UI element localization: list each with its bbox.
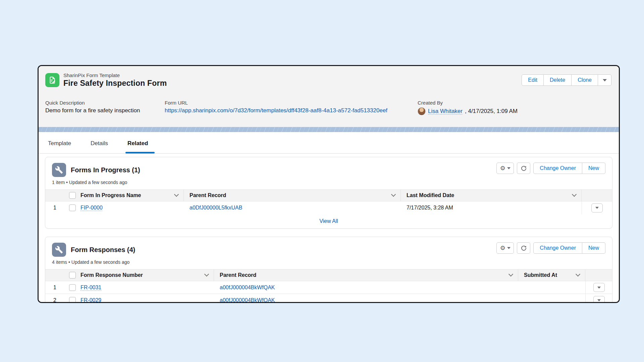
column-header[interactable]: Form Response Number bbox=[80, 272, 143, 278]
gear-icon: ⚙ bbox=[500, 245, 505, 251]
more-actions-button[interactable] bbox=[598, 74, 611, 86]
field-form-url: Form URL https://app.sharinpix.com/o/7d3… bbox=[165, 100, 418, 115]
tab-related[interactable]: Related bbox=[126, 140, 149, 153]
chevron-down-icon[interactable] bbox=[174, 192, 179, 197]
row-number: 2 bbox=[45, 294, 64, 303]
wrench-icon bbox=[52, 243, 66, 257]
gear-icon: ⚙ bbox=[500, 165, 505, 171]
submitted-at bbox=[518, 281, 585, 294]
parent-record-link[interactable]: a00fJ000004BkWfQAK bbox=[220, 297, 275, 303]
refresh-icon bbox=[521, 166, 527, 171]
avatar bbox=[418, 107, 426, 115]
form-responses-table: Form Response Number Parent Record Submi… bbox=[45, 269, 612, 303]
tab-template[interactable]: Template bbox=[47, 140, 72, 153]
row-number: 1 bbox=[45, 201, 64, 214]
field-label: Form URL bbox=[165, 100, 418, 106]
delete-button[interactable]: Delete bbox=[544, 74, 572, 86]
column-header[interactable]: Parent Record bbox=[190, 192, 226, 198]
list-settings-button[interactable]: ⚙ bbox=[496, 242, 514, 254]
caret-down-icon bbox=[597, 299, 601, 301]
section-title: Forms In Progress (1) bbox=[71, 166, 140, 174]
field-label: Quick Description bbox=[45, 100, 165, 106]
edit-button[interactable]: Edit bbox=[522, 74, 544, 86]
row-number: 1 bbox=[45, 281, 64, 294]
change-owner-button[interactable]: Change Owner bbox=[533, 242, 582, 254]
section-title: Form Responses (4) bbox=[71, 246, 135, 254]
field-quick-description: Quick Description Demo form for a fire s… bbox=[45, 100, 165, 115]
wrench-icon bbox=[52, 163, 66, 177]
forms-in-progress-section: Forms In Progress (1) 1 item • Updated a… bbox=[45, 157, 612, 229]
select-all-checkbox[interactable] bbox=[69, 272, 76, 279]
field-value: Demo form for a fire safety inspection bbox=[45, 107, 165, 114]
table-row: 2 FR-0029 a00fJ000004BkWfQAK bbox=[45, 294, 612, 303]
submitted-at bbox=[518, 294, 585, 303]
row-actions-button[interactable] bbox=[593, 283, 605, 292]
refresh-button[interactable] bbox=[517, 163, 530, 174]
caret-down-icon bbox=[507, 247, 511, 249]
view-all-link[interactable]: View All bbox=[319, 218, 338, 224]
row-checkbox[interactable] bbox=[69, 284, 76, 291]
section-meta: 1 item • Updated a few seconds ago bbox=[52, 180, 605, 185]
chevron-down-icon[interactable] bbox=[572, 192, 577, 197]
new-button[interactable]: New bbox=[582, 242, 605, 254]
chevron-down-icon[interactable] bbox=[204, 272, 209, 277]
record-tabs: Template Details Related bbox=[39, 132, 619, 154]
form-responses-section: Form Responses (4) 4 items • Updated a f… bbox=[45, 237, 612, 303]
row-actions-button[interactable] bbox=[591, 203, 603, 213]
clone-button[interactable]: Clone bbox=[572, 74, 598, 86]
select-all-checkbox[interactable] bbox=[69, 192, 76, 199]
record-link[interactable]: FR-0029 bbox=[80, 297, 101, 303]
chevron-down-icon[interactable] bbox=[391, 192, 396, 197]
tab-details[interactable]: Details bbox=[89, 140, 109, 153]
entity-label: SharinPix Form Template bbox=[63, 72, 167, 78]
chevron-down-icon[interactable] bbox=[508, 272, 513, 277]
form-template-icon bbox=[45, 73, 59, 87]
change-owner-button[interactable]: Change Owner bbox=[533, 163, 582, 174]
page-title: Fire Safety Inspection Form bbox=[63, 79, 167, 88]
column-header[interactable]: Form In Progress Name bbox=[80, 192, 141, 198]
chevron-down-icon[interactable] bbox=[576, 272, 580, 277]
form-url-link[interactable]: https://app.sharinpix.com/o/7d32/form/te… bbox=[165, 107, 387, 114]
record-link[interactable]: FR-0031 bbox=[80, 285, 101, 291]
record-card: SharinPix Form Template Fire Safety Insp… bbox=[38, 65, 620, 303]
row-actions-button[interactable] bbox=[593, 296, 605, 303]
parent-record-link[interactable]: a00fJ000004BkWfQAK bbox=[220, 285, 275, 291]
table-header-row: Form In Progress Name Parent Record Last… bbox=[45, 189, 612, 201]
last-modified-date: 7/17/2025, 3:28 AM bbox=[401, 201, 582, 214]
forms-in-progress-table: Form In Progress Name Parent Record Last… bbox=[45, 189, 612, 214]
record-header: SharinPix Form Template Fire Safety Insp… bbox=[39, 66, 619, 127]
refresh-icon bbox=[521, 245, 527, 251]
row-checkbox[interactable] bbox=[69, 204, 76, 211]
caret-down-icon bbox=[603, 79, 607, 81]
record-action-group: Edit Delete Clone bbox=[522, 74, 611, 86]
row-checkbox[interactable] bbox=[69, 297, 76, 303]
created-by-user-link[interactable]: Lisa Whitaker bbox=[428, 108, 463, 115]
parent-record-link[interactable]: a0DfJ00000L5fkxUAB bbox=[190, 205, 242, 211]
column-header[interactable]: Parent Record bbox=[220, 272, 256, 278]
record-link[interactable]: FIP-0000 bbox=[80, 205, 103, 211]
page-texture-band bbox=[39, 127, 619, 132]
list-settings-button[interactable]: ⚙ bbox=[496, 163, 514, 174]
table-row: 1 FR-0031 a00fJ000004BkWfQAK bbox=[45, 281, 612, 294]
table-header-row: Form Response Number Parent Record Submi… bbox=[45, 269, 612, 281]
column-header[interactable]: Last Modified Date bbox=[407, 192, 454, 198]
caret-down-icon bbox=[597, 287, 601, 289]
section-meta: 4 items • Updated a few seconds ago bbox=[52, 259, 605, 265]
caret-down-icon bbox=[595, 207, 599, 209]
refresh-button[interactable] bbox=[517, 242, 530, 254]
field-created-by: Created By Lisa Whitaker , 4/17/2025, 1:… bbox=[418, 100, 611, 115]
table-row: 1 FIP-0000 a0DfJ00000L5fkxUAB 7/17/2025,… bbox=[45, 201, 612, 214]
created-by-date: , 4/17/2025, 1:09 AM bbox=[465, 108, 518, 115]
field-label: Created By bbox=[418, 100, 611, 106]
column-header[interactable]: Submitted At bbox=[524, 272, 557, 278]
new-button[interactable]: New bbox=[582, 163, 605, 174]
caret-down-icon bbox=[507, 167, 511, 169]
